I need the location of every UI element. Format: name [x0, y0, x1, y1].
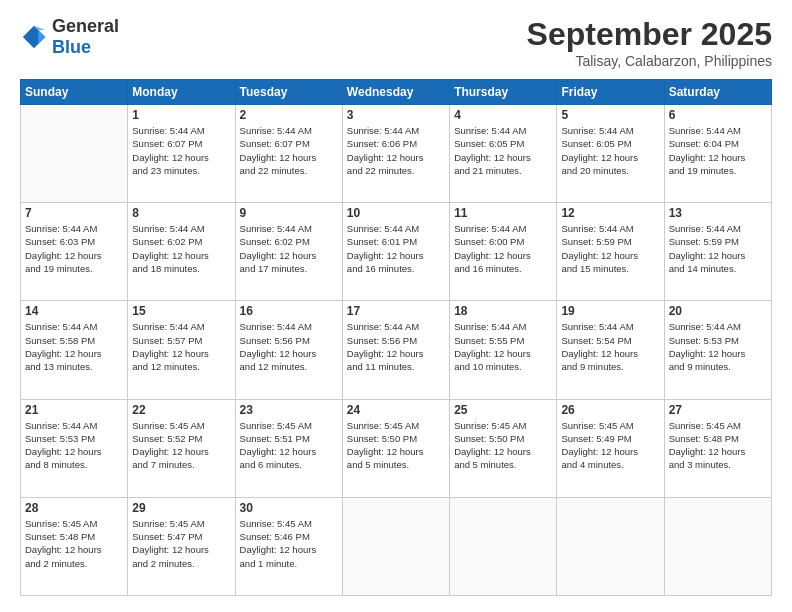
cell-info-line: Sunset: 6:05 PM: [561, 138, 631, 149]
day-number: 22: [132, 403, 230, 417]
cell-info: Sunrise: 5:45 AMSunset: 5:47 PMDaylight:…: [132, 517, 230, 570]
calendar-cell: [21, 105, 128, 203]
cell-info-line: Daylight: 12 hours: [454, 152, 531, 163]
cell-info-line: Sunset: 6:04 PM: [669, 138, 739, 149]
cell-info: Sunrise: 5:45 AMSunset: 5:50 PMDaylight:…: [454, 419, 552, 472]
cell-info-line: Daylight: 12 hours: [669, 152, 746, 163]
calendar-cell: 26Sunrise: 5:45 AMSunset: 5:49 PMDayligh…: [557, 399, 664, 497]
calendar-cell: 20Sunrise: 5:44 AMSunset: 5:53 PMDayligh…: [664, 301, 771, 399]
cell-info-line: and 16 minutes.: [347, 263, 415, 274]
cell-info-line: Daylight: 12 hours: [132, 544, 209, 555]
cell-info-line: and 6 minutes.: [240, 459, 302, 470]
cell-info-line: Sunset: 6:02 PM: [132, 236, 202, 247]
cell-info-line: Daylight: 12 hours: [561, 250, 638, 261]
calendar-cell: 4Sunrise: 5:44 AMSunset: 6:05 PMDaylight…: [450, 105, 557, 203]
cell-info-line: and 15 minutes.: [561, 263, 629, 274]
cell-info-line: Sunrise: 5:44 AM: [669, 321, 741, 332]
cell-info: Sunrise: 5:44 AMSunset: 5:55 PMDaylight:…: [454, 320, 552, 373]
cell-info-line: Sunset: 6:07 PM: [240, 138, 310, 149]
cell-info: Sunrise: 5:44 AMSunset: 6:07 PMDaylight:…: [132, 124, 230, 177]
cell-info-line: Daylight: 12 hours: [454, 348, 531, 359]
cell-info-line: Sunset: 5:50 PM: [347, 433, 417, 444]
cell-info-line: Daylight: 12 hours: [561, 446, 638, 457]
cell-info: Sunrise: 5:45 AMSunset: 5:51 PMDaylight:…: [240, 419, 338, 472]
day-number: 14: [25, 304, 123, 318]
cell-info-line: and 4 minutes.: [561, 459, 623, 470]
day-number: 11: [454, 206, 552, 220]
logo-text: General Blue: [52, 16, 119, 58]
cell-info-line: Sunrise: 5:44 AM: [25, 223, 97, 234]
cell-info-line: and 17 minutes.: [240, 263, 308, 274]
cell-info-line: Sunset: 5:50 PM: [454, 433, 524, 444]
cell-info-line: Sunset: 5:47 PM: [132, 531, 202, 542]
location: Talisay, Calabarzon, Philippines: [527, 53, 772, 69]
calendar-cell: [342, 497, 449, 595]
cell-info-line: Sunrise: 5:45 AM: [132, 420, 204, 431]
cell-info-line: Sunset: 5:57 PM: [132, 335, 202, 346]
cell-info-line: Sunrise: 5:44 AM: [669, 223, 741, 234]
calendar-cell: 3Sunrise: 5:44 AMSunset: 6:06 PMDaylight…: [342, 105, 449, 203]
cell-info-line: Sunset: 5:48 PM: [669, 433, 739, 444]
cell-info-line: Sunrise: 5:45 AM: [132, 518, 204, 529]
day-number: 6: [669, 108, 767, 122]
cell-info-line: Sunset: 5:51 PM: [240, 433, 310, 444]
cell-info-line: Daylight: 12 hours: [669, 348, 746, 359]
calendar-cell: 23Sunrise: 5:45 AMSunset: 5:51 PMDayligh…: [235, 399, 342, 497]
calendar-week-row: 1Sunrise: 5:44 AMSunset: 6:07 PMDaylight…: [21, 105, 772, 203]
cell-info: Sunrise: 5:44 AMSunset: 6:03 PMDaylight:…: [25, 222, 123, 275]
calendar-cell: 1Sunrise: 5:44 AMSunset: 6:07 PMDaylight…: [128, 105, 235, 203]
cell-info-line: Daylight: 12 hours: [25, 348, 102, 359]
day-number: 4: [454, 108, 552, 122]
cell-info: Sunrise: 5:45 AMSunset: 5:48 PMDaylight:…: [669, 419, 767, 472]
calendar-week-row: 28Sunrise: 5:45 AMSunset: 5:48 PMDayligh…: [21, 497, 772, 595]
cell-info-line: and 16 minutes.: [454, 263, 522, 274]
day-number: 9: [240, 206, 338, 220]
cell-info-line: Sunrise: 5:45 AM: [347, 420, 419, 431]
day-number: 20: [669, 304, 767, 318]
cell-info-line: and 12 minutes.: [132, 361, 200, 372]
cell-info-line: Sunrise: 5:44 AM: [454, 223, 526, 234]
calendar-cell: 21Sunrise: 5:44 AMSunset: 5:53 PMDayligh…: [21, 399, 128, 497]
cell-info-line: Sunset: 5:46 PM: [240, 531, 310, 542]
day-number: 12: [561, 206, 659, 220]
cell-info: Sunrise: 5:45 AMSunset: 5:50 PMDaylight:…: [347, 419, 445, 472]
cell-info-line: Sunset: 6:05 PM: [454, 138, 524, 149]
cell-info: Sunrise: 5:44 AMSunset: 6:02 PMDaylight:…: [132, 222, 230, 275]
day-number: 18: [454, 304, 552, 318]
cell-info: Sunrise: 5:44 AMSunset: 5:56 PMDaylight:…: [347, 320, 445, 373]
day-header-friday: Friday: [557, 80, 664, 105]
calendar-cell: 24Sunrise: 5:45 AMSunset: 5:50 PMDayligh…: [342, 399, 449, 497]
cell-info-line: Sunset: 5:58 PM: [25, 335, 95, 346]
cell-info-line: Daylight: 12 hours: [25, 446, 102, 457]
cell-info-line: Sunrise: 5:44 AM: [240, 321, 312, 332]
cell-info-line: Sunrise: 5:44 AM: [240, 125, 312, 136]
cell-info-line: and 22 minutes.: [347, 165, 415, 176]
cell-info: Sunrise: 5:44 AMSunset: 6:05 PMDaylight:…: [561, 124, 659, 177]
calendar-cell: 7Sunrise: 5:44 AMSunset: 6:03 PMDaylight…: [21, 203, 128, 301]
cell-info-line: Daylight: 12 hours: [561, 152, 638, 163]
cell-info-line: and 1 minute.: [240, 558, 298, 569]
logo-blue: Blue: [52, 37, 91, 57]
cell-info-line: and 2 minutes.: [25, 558, 87, 569]
cell-info-line: Sunrise: 5:44 AM: [347, 321, 419, 332]
calendar-cell: 10Sunrise: 5:44 AMSunset: 6:01 PMDayligh…: [342, 203, 449, 301]
cell-info-line: Sunrise: 5:44 AM: [454, 125, 526, 136]
calendar-cell: 27Sunrise: 5:45 AMSunset: 5:48 PMDayligh…: [664, 399, 771, 497]
cell-info: Sunrise: 5:44 AMSunset: 5:54 PMDaylight:…: [561, 320, 659, 373]
cell-info-line: Sunset: 6:03 PM: [25, 236, 95, 247]
cell-info-line: Daylight: 12 hours: [240, 250, 317, 261]
cell-info-line: and 23 minutes.: [132, 165, 200, 176]
cell-info-line: Sunrise: 5:44 AM: [240, 223, 312, 234]
cell-info-line: and 9 minutes.: [669, 361, 731, 372]
svg-marker-1: [38, 30, 45, 44]
cell-info-line: Sunset: 5:53 PM: [25, 433, 95, 444]
calendar-cell: 18Sunrise: 5:44 AMSunset: 5:55 PMDayligh…: [450, 301, 557, 399]
cell-info: Sunrise: 5:45 AMSunset: 5:52 PMDaylight:…: [132, 419, 230, 472]
cell-info-line: Sunrise: 5:44 AM: [25, 321, 97, 332]
cell-info-line: Daylight: 12 hours: [240, 348, 317, 359]
cell-info-line: Sunset: 6:00 PM: [454, 236, 524, 247]
cell-info-line: Daylight: 12 hours: [669, 250, 746, 261]
cell-info-line: and 21 minutes.: [454, 165, 522, 176]
day-header-tuesday: Tuesday: [235, 80, 342, 105]
cell-info-line: and 12 minutes.: [240, 361, 308, 372]
